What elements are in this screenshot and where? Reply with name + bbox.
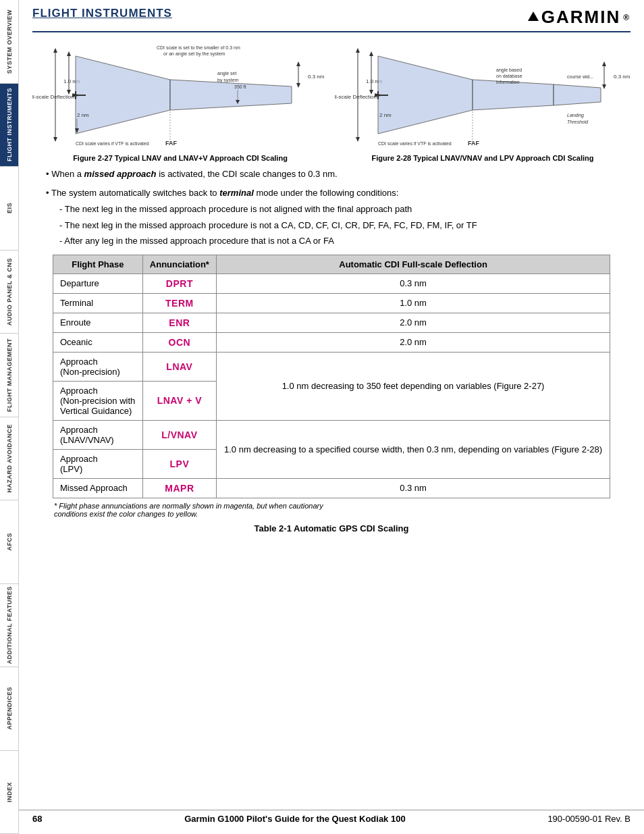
svg-text:on database: on database xyxy=(496,74,522,78)
bullet-2: The system automatically switches back t… xyxy=(46,186,630,248)
sidebar: SYSTEM OVERVIEW FLIGHT INSTRUMENTS EIS A… xyxy=(0,0,19,834)
ann-term: TERM xyxy=(142,293,216,313)
sidebar-item-afcs[interactable]: AFCS xyxy=(0,500,18,584)
diagrams-row: CDI Full-scale Deflection 1.0 nm xyxy=(32,43,630,157)
svg-text:2 nm: 2 nm xyxy=(77,112,89,118)
table-row: Approach(LNAV/VNAV) L/VNAV 1.0 nm decrea… xyxy=(53,420,610,449)
bullet1-suffix: is activated, the CDI scale changes to 0… xyxy=(157,169,338,179)
bullet1-prefix: When a xyxy=(51,169,84,179)
svg-text:0.3 nm: 0.3 nm xyxy=(308,74,325,80)
cdi-lvnav: 1.0 nm decreasing to a specified course … xyxy=(217,420,610,478)
svg-text:CDI scale varies if VTF is act: CDI scale varies if VTF is activated xyxy=(76,141,149,146)
svg-text:2 nm: 2 nm xyxy=(379,112,392,118)
registered-mark: ® xyxy=(623,13,630,22)
svg-text:CDI Full-scale Deflection: CDI Full-scale Deflection xyxy=(335,94,377,100)
sidebar-item-flight-management[interactable]: FLIGHT MANAGEMENT xyxy=(0,334,18,417)
phase-departure: Departure xyxy=(53,273,143,293)
bullet-1: When a missed approach is activated, the… xyxy=(46,167,630,181)
bullet2-suffix: mode under the following conditions: xyxy=(254,188,399,198)
svg-text:CDI scale varies if VTF is act: CDI scale varies if VTF is activated xyxy=(378,141,452,146)
sidebar-item-system-overview[interactable]: SYSTEM OVERVIEW xyxy=(0,0,18,84)
ann-lnav-v: LNAV + V xyxy=(142,381,216,420)
phase-lpv: Approach(LPV) xyxy=(53,449,143,478)
phase-missed-approach: Missed Approach xyxy=(53,478,143,498)
sidebar-item-label: SYSTEM OVERVIEW xyxy=(6,9,13,74)
sidebar-item-eis[interactable]: EIS xyxy=(0,167,18,251)
svg-text:0.3 nm: 0.3 nm xyxy=(614,74,630,80)
cdi-lnav: 1.0 nm decreasing to 350 feet depending … xyxy=(217,352,610,420)
svg-text:or an angle set by the system: or an angle set by the system xyxy=(163,51,225,57)
table-row: Enroute ENR 2.0 nm xyxy=(53,313,610,332)
sidebar-item-label: AUDIO PANEL & CNS xyxy=(6,258,13,325)
table-title: Table 2-1 Automatic GPS CDI Scaling xyxy=(53,523,610,533)
phase-lvnav: Approach(LNAV/VNAV) xyxy=(53,420,143,449)
bullet2-prefix: The system automatically switches back t… xyxy=(51,188,219,198)
svg-text:information: information xyxy=(496,80,520,84)
page-header: FLIGHT INSTRUMENTS GARMIN ® xyxy=(32,7,630,32)
cdi-scaling-table: Flight Phase Annunciation* Automatic CDI… xyxy=(53,255,610,498)
garmin-triangle-icon xyxy=(528,11,539,21)
svg-text:CDI Full-scale Deflection: CDI Full-scale Deflection xyxy=(32,94,74,100)
sidebar-item-label: FLIGHT INSTRUMENTS xyxy=(6,88,13,161)
sidebar-item-appendices[interactable]: APPENDICES xyxy=(0,667,18,751)
sidebar-item-label: APPENDICES xyxy=(6,687,13,730)
svg-text:FAF: FAF xyxy=(468,140,480,147)
phase-oceanic: Oceanic xyxy=(53,332,143,352)
main-content: FLIGHT INSTRUMENTS GARMIN ® CDI Full-sca… xyxy=(19,0,644,594)
sidebar-item-flight-instruments[interactable]: FLIGHT INSTRUMENTS xyxy=(0,84,18,167)
bullet-list: When a missed approach is activated, the… xyxy=(46,167,630,248)
svg-text:Landing: Landing xyxy=(567,113,584,118)
cdi-departure: 0.3 nm xyxy=(217,273,610,293)
sidebar-item-label: INDEX xyxy=(6,782,13,802)
phase-enroute: Enroute xyxy=(53,313,143,332)
garmin-logo: GARMIN ® xyxy=(528,7,630,28)
phase-lnav: Approach(Non-precision) xyxy=(53,352,143,381)
table-row: Departure DPRT 0.3 nm xyxy=(53,273,610,293)
sidebar-item-hazard-avoidance[interactable]: HAZARD AVOIDANCE xyxy=(0,417,18,501)
sidebar-item-label: HAZARD AVOIDANCE xyxy=(6,424,13,493)
col-flight-phase: Flight Phase xyxy=(53,255,143,273)
cdi-missed: 0.3 nm xyxy=(217,478,610,498)
figure-2-28-svg: CDI Full-scale Deflection 1.0 nm xyxy=(335,43,630,151)
svg-text:CDI scale is set to the smalle: CDI scale is set to the smaller of 0.3 n… xyxy=(157,45,240,50)
ann-lpv: LPV xyxy=(142,449,216,478)
cdi-oceanic: 2.0 nm xyxy=(217,332,610,352)
bullet2-bold: terminal xyxy=(219,188,254,198)
table-footnote: * Flight phase annunciations are normall… xyxy=(54,502,610,518)
table-row: Oceanic OCN 2.0 nm xyxy=(53,332,610,352)
figure-2-27: CDI Full-scale Deflection 1.0 nm xyxy=(32,43,328,157)
figure-2-27-svg: CDI Full-scale Deflection 1.0 nm xyxy=(32,43,328,151)
sub-item-1: The next leg in the missed approach proc… xyxy=(59,203,630,216)
bullet1-bold: missed approach xyxy=(84,169,157,179)
sidebar-item-index[interactable]: INDEX xyxy=(0,751,18,835)
footer-doc-title: Garmin G1000 Pilot's Guide for the Quest… xyxy=(184,814,405,824)
table-row: Approach(Non-precision) LNAV 1.0 nm decr… xyxy=(53,352,610,381)
phase-lnav-v: Approach(Non-precision withVertical Guid… xyxy=(53,381,143,420)
sidebar-item-audio-panel[interactable]: AUDIO PANEL & CNS xyxy=(0,251,18,334)
col-cdi: Automatic CDI Full-scale Deflection xyxy=(217,255,610,273)
sub-item-2: The next leg in the missed approach proc… xyxy=(59,219,630,232)
svg-text:course wid...: course wid... xyxy=(567,74,593,79)
sidebar-item-label: AFCS xyxy=(6,533,13,551)
svg-text:angle based: angle based xyxy=(496,68,522,73)
phase-terminal: Terminal xyxy=(53,293,143,313)
svg-text:FAF: FAF xyxy=(165,140,178,147)
ann-dprt: DPRT xyxy=(142,273,216,293)
table-row: Missed Approach MAPR 0.3 nm xyxy=(53,478,610,498)
svg-text:by system: by system xyxy=(217,78,239,83)
svg-text:angle set: angle set xyxy=(217,71,236,76)
ann-enr: ENR xyxy=(142,313,216,332)
table-row: Terminal TERM 1.0 nm xyxy=(53,293,610,313)
ann-lnav: LNAV xyxy=(142,352,216,381)
garmin-wordmark: GARMIN xyxy=(541,7,620,28)
sidebar-item-label: FLIGHT MANAGEMENT xyxy=(6,338,13,412)
ann-ocn: OCN xyxy=(142,332,216,352)
figure-2-27-caption: Figure 2-27 Typical LNAV and LNAV+V Appr… xyxy=(32,154,328,162)
sidebar-item-label: EIS xyxy=(6,203,13,213)
sidebar-item-additional-features[interactable]: ADDITIONAL FEATURES xyxy=(0,584,18,668)
sidebar-item-label: ADDITIONAL FEATURES xyxy=(6,586,13,664)
page-footer: 68 Garmin G1000 Pilot's Guide for the Qu… xyxy=(19,810,644,824)
svg-text:Threshold: Threshold xyxy=(567,120,589,124)
cdi-terminal: 1.0 nm xyxy=(217,293,610,313)
page-title: FLIGHT INSTRUMENTS xyxy=(32,7,172,20)
